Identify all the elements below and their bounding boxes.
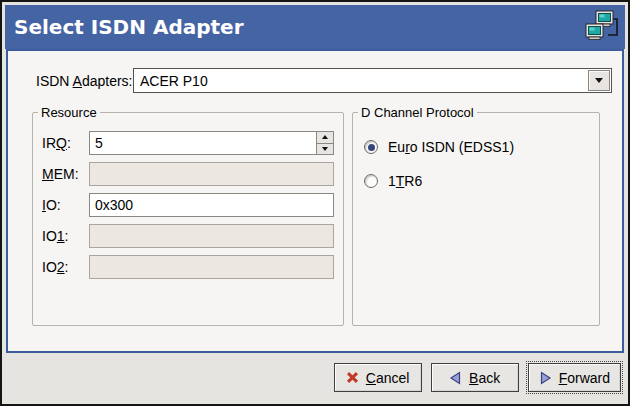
isdn-adapter-combobox[interactable]: ACER P10 — [133, 68, 612, 93]
radio-1tr6-label: 1TR6 — [388, 173, 422, 189]
io2-input — [89, 255, 334, 279]
dialog-content: ISDN Adapters: ACER P10 Resource IRQ: — [6, 49, 624, 353]
irq-spin-buttons — [316, 131, 334, 155]
dialog-header: Select ISDN Adapter — [5, 5, 625, 49]
irq-row: IRQ: — [42, 131, 334, 155]
cancel-button[interactable]: Cancel — [334, 363, 422, 392]
mem-label: MEM: — [42, 166, 89, 182]
io1-input — [89, 224, 334, 248]
io1-row: IO1: — [42, 224, 334, 248]
button-bar: Cancel Back Forward — [6, 353, 624, 402]
irq-spinner — [89, 131, 334, 155]
spin-up-button[interactable] — [316, 131, 334, 144]
irq-input[interactable] — [89, 131, 334, 155]
forward-button-label: Forward — [559, 370, 610, 386]
io-input[interactable] — [89, 193, 334, 217]
d-channel-protocol-group-title: D Channel Protocol — [358, 105, 477, 120]
radio-euro-isdn-edss1[interactable]: Euro ISDN (EDSS1) — [364, 136, 599, 158]
chevron-down-icon — [322, 147, 328, 151]
back-button-label: Back — [469, 370, 500, 386]
mem-row: MEM: — [42, 162, 334, 186]
mem-input — [89, 162, 334, 186]
io-row: IO: — [42, 193, 334, 217]
chevron-up-icon — [322, 135, 328, 139]
d-channel-protocol-group: D Channel Protocol Euro ISDN (EDSS1) 1TR… — [352, 105, 600, 326]
back-button[interactable]: Back — [431, 363, 519, 392]
chevron-down-icon — [595, 78, 603, 83]
back-arrow-icon — [449, 371, 462, 385]
resource-group: Resource IRQ: MEM: IO: — [32, 105, 344, 326]
forward-button[interactable]: Forward — [528, 363, 621, 392]
cancel-button-label: Cancel — [366, 370, 410, 386]
radio-unselected-icon — [364, 174, 378, 188]
radio-1tr6[interactable]: 1TR6 — [364, 170, 599, 192]
cancel-x-icon — [346, 371, 359, 384]
dialog-window: Select ISDN Adapter ISDN Adapters: ACER … — [0, 0, 630, 406]
irq-label: IRQ: — [42, 135, 89, 151]
network-computers-icon — [584, 10, 620, 44]
forward-arrow-icon — [539, 371, 552, 385]
page-title: Select ISDN Adapter — [5, 15, 244, 39]
spin-down-button[interactable] — [316, 144, 334, 156]
resource-group-title: Resource — [38, 105, 100, 120]
isdn-adapters-label: ISDN Adapters: — [36, 73, 133, 89]
io-label: IO: — [42, 197, 89, 213]
radio-selected-icon — [364, 140, 378, 154]
io2-label: IO2: — [42, 259, 89, 275]
io2-row: IO2: — [42, 255, 334, 279]
isdn-adapter-selected-value: ACER P10 — [134, 73, 208, 89]
io1-label: IO1: — [42, 228, 89, 244]
isdn-adapters-row: ISDN Adapters: ACER P10 — [36, 68, 612, 93]
combo-dropdown-button[interactable] — [588, 70, 610, 91]
radio-euro-isdn-label: Euro ISDN (EDSS1) — [388, 139, 514, 155]
